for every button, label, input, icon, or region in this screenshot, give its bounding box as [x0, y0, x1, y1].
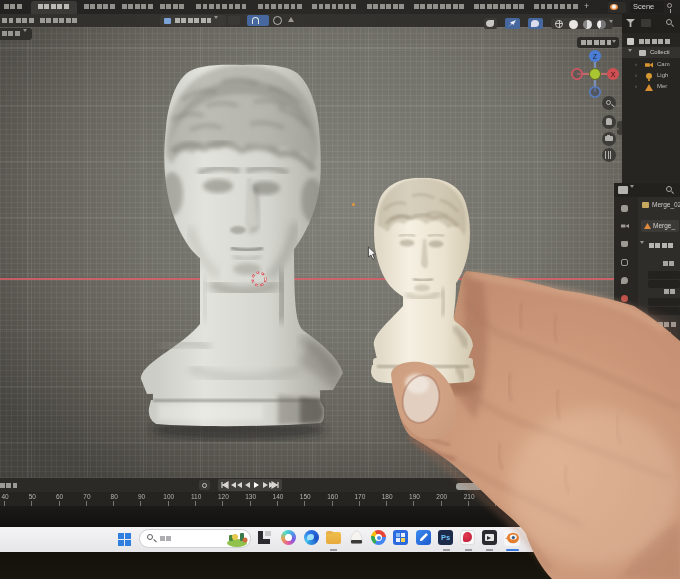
svg-text:Z: Z: [593, 53, 598, 60]
svg-text:X: X: [611, 71, 616, 78]
